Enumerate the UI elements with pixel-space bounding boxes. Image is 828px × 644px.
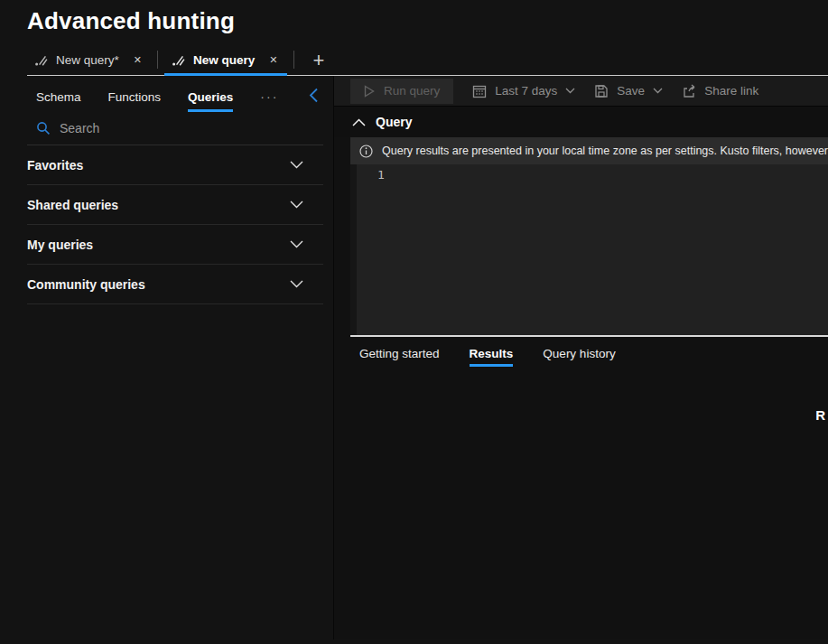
section-label: Shared queries	[27, 198, 118, 212]
tab-results[interactable]: Results	[470, 347, 514, 367]
page-title: Advanced hunting	[0, 0, 828, 35]
tab-separator	[157, 51, 158, 69]
query-toolbar: Run query Last 7 days	[334, 76, 828, 107]
query-section-title: Query	[376, 115, 412, 129]
tab-getting-started[interactable]: Getting started	[359, 347, 440, 367]
info-icon	[359, 145, 373, 158]
save-dropdown[interactable]: Save	[594, 84, 663, 98]
tab-queries[interactable]: Queries	[188, 90, 233, 112]
search-box[interactable]	[27, 114, 323, 145]
tab-functions[interactable]: Functions	[108, 90, 162, 112]
sidebar-tabs: Schema Functions Queries ···	[0, 76, 333, 112]
advanced-hunting-page: Advanced hunting New query* ✕ New query …	[0, 0, 828, 644]
time-range-dropdown[interactable]: Last 7 days	[472, 84, 575, 98]
query-tab-label: New query	[193, 53, 255, 67]
chevron-down-icon	[290, 240, 303, 248]
query-tab-label: New query*	[56, 53, 119, 67]
tab-query-history[interactable]: Query history	[543, 347, 615, 367]
content-area: Schema Functions Queries ···	[0, 76, 828, 639]
query-tab-2[interactable]: New query ✕	[164, 49, 287, 75]
chevron-down-icon	[290, 280, 303, 288]
run-query-button[interactable]: Run query	[350, 79, 453, 104]
results-tabstrip: Getting started Results Query history	[334, 337, 828, 367]
info-message: Query results are presented in your loca…	[382, 145, 828, 157]
share-link-button[interactable]: Share link	[682, 84, 758, 98]
tab-schema[interactable]: Schema	[36, 90, 81, 112]
collapse-panel-icon[interactable]	[309, 88, 319, 103]
add-tab-button[interactable]: +	[301, 52, 338, 75]
query-section-header[interactable]: Query	[334, 107, 828, 137]
query-tabstrip: New query* ✕ New query ✕ +	[27, 47, 828, 76]
chevron-down-icon	[565, 88, 575, 94]
query-browser-sidebar: Schema Functions Queries ···	[0, 76, 334, 639]
kql-query-icon	[172, 53, 185, 67]
search-icon	[36, 121, 51, 135]
share-icon	[682, 84, 696, 98]
save-icon	[594, 84, 609, 98]
chevron-down-icon	[653, 88, 663, 94]
section-community-queries[interactable]: Community queries	[27, 265, 323, 304]
search-input[interactable]	[60, 121, 285, 135]
close-icon[interactable]: ✕	[134, 54, 142, 66]
tab-separator	[293, 51, 294, 69]
timezone-info-banner: Query results are presented in your loca…	[350, 137, 828, 164]
more-tabs-button[interactable]: ···	[260, 89, 278, 112]
section-my-queries[interactable]: My queries	[27, 225, 323, 265]
chevron-down-icon	[290, 161, 303, 169]
section-favorites[interactable]: Favorites	[27, 145, 323, 185]
play-icon	[364, 85, 375, 98]
section-shared-queries[interactable]: Shared queries	[27, 185, 323, 225]
section-label: Favorites	[27, 158, 83, 173]
section-label: Community queries	[27, 277, 145, 292]
query-editor-container: Query results are presented in your loca…	[350, 137, 828, 337]
query-workspace: Run query Last 7 days	[334, 76, 828, 639]
kql-query-icon	[34, 53, 48, 67]
results-panel-body: R	[334, 367, 828, 639]
chevron-down-icon	[290, 201, 303, 209]
editor-glyph-margin	[350, 164, 357, 335]
editor-line-number: 1	[377, 168, 385, 182]
section-label: My queries	[27, 238, 93, 252]
close-icon[interactable]: ✕	[269, 54, 277, 66]
chevron-up-icon	[352, 118, 366, 126]
truncated-results-heading: R	[815, 407, 825, 423]
query-tab-1[interactable]: New query* ✕	[27, 49, 151, 75]
kusto-query-editor[interactable]: 1	[350, 164, 828, 335]
calendar-icon	[472, 84, 487, 98]
